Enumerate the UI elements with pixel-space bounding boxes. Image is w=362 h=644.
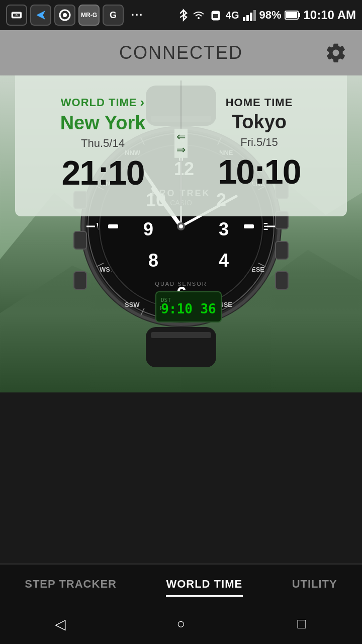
connected-header: CONNECTED (0, 30, 362, 75)
home-time-section: HOME TIME Tokyo Fri.5/15 10:10 (182, 75, 347, 216)
svg-rect-52 (276, 242, 288, 259)
world-time-section: WORLD TIME › New York Thu.5/14 21:10 (15, 75, 180, 216)
svg-point-5 (63, 13, 67, 17)
app-icon-circle[interactable] (54, 5, 75, 26)
svg-point-81 (179, 224, 183, 228)
gear-icon (325, 42, 347, 64)
signal-icon (242, 8, 256, 22)
sim-icon (209, 8, 223, 22)
svg-text:SSW: SSW (125, 301, 140, 308)
app-icon-gshock[interactable]: G (6, 5, 27, 26)
svg-rect-19 (151, 332, 211, 338)
app-icon-more[interactable]: ··· (127, 5, 148, 26)
svg-rect-9 (243, 17, 245, 21)
svg-rect-10 (246, 15, 249, 21)
svg-text:4: 4 (219, 250, 229, 271)
home-city: Tokyo (232, 111, 287, 133)
app-icon-mrg[interactable]: MR-G (78, 5, 100, 26)
svg-text:QUAD SENSOR: QUAD SENSOR (155, 281, 207, 287)
nav-utility[interactable]: UTILITY (282, 573, 347, 596)
svg-marker-3 (37, 11, 45, 19)
svg-rect-11 (250, 13, 252, 21)
status-bar: G MR-G G ··· (0, 0, 362, 30)
battery-icon (285, 10, 301, 21)
nav-world-time[interactable]: WORLD TIME (156, 573, 252, 596)
svg-point-6 (198, 17, 200, 19)
svg-rect-56 (74, 272, 86, 289)
svg-rect-8 (213, 14, 218, 18)
svg-rect-55 (74, 231, 86, 249)
connection-status: CONNECTED (40, 42, 322, 63)
home-button[interactable]: ○ (168, 611, 194, 636)
battery-percentage: 98% (259, 9, 281, 22)
world-time-display: 21:10 (62, 153, 144, 192)
home-time-display: 10:10 (218, 152, 301, 191)
svg-rect-59 (244, 224, 254, 228)
watch-area: N S E W NNE NNW SSE SSW ENE (0, 75, 362, 392)
app-icon-arrow[interactable] (30, 5, 51, 26)
svg-text:8: 8 (148, 250, 158, 271)
settings-button[interactable] (322, 39, 350, 67)
world-city: New York (60, 112, 146, 134)
panel-divider: ⇐ ⇒ (180, 80, 182, 206)
recent-button[interactable]: □ (289, 611, 314, 636)
nav-step-tracker[interactable]: STEP TRACKER (15, 573, 127, 596)
svg-text:9:10  36: 9:10 36 (161, 301, 216, 316)
svg-rect-60 (108, 224, 118, 228)
home-date: Fri.5/15 (240, 136, 278, 149)
svg-rect-53 (276, 272, 288, 289)
wifi-icon (192, 8, 206, 22)
svg-rect-14 (298, 13, 300, 17)
swap-arrows: ⇐ ⇒ (174, 129, 188, 158)
svg-text:9: 9 (143, 219, 153, 239)
bottom-navigation: STEP TRACKER WORLD TIME UTILITY (0, 564, 362, 604)
network-type: 4G (226, 10, 239, 21)
status-app-icons: G MR-G G ··· (6, 5, 148, 26)
back-button[interactable]: ◁ (48, 611, 73, 636)
svg-rect-15 (286, 12, 297, 18)
world-time-label: WORLD TIME › (61, 95, 145, 110)
svg-text:3: 3 (219, 219, 229, 239)
svg-rect-12 (253, 10, 256, 21)
home-time-label: HOME TIME (226, 96, 293, 109)
world-time-panel: WORLD TIME › New York Thu.5/14 21:10 ⇐ ⇒… (15, 75, 347, 216)
android-navigation: ◁ ○ □ (0, 604, 362, 644)
status-indicators: 4G 98% 10:10 AM (178, 8, 356, 22)
bluetooth-icon (178, 8, 189, 22)
world-date: Thu.5/14 (81, 137, 125, 150)
status-time: 10:10 AM (304, 8, 356, 22)
svg-text:G: G (16, 14, 18, 17)
app-icon-g[interactable]: G (103, 5, 124, 26)
